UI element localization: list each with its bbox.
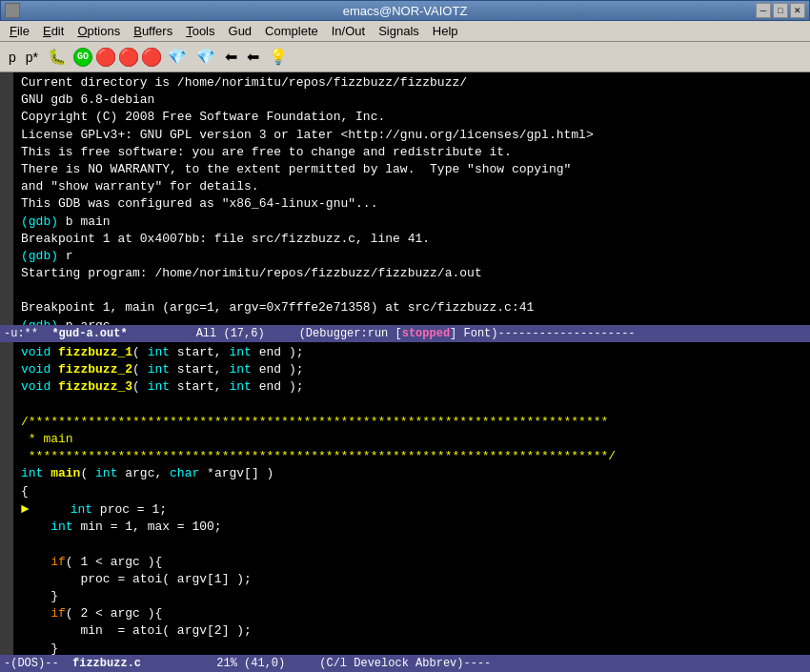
toolbar-bulb-button[interactable]: 💡 <box>266 46 291 68</box>
menu-gud[interactable]: Gud <box>223 22 258 40</box>
toolbar-pstar-button[interactable]: p* <box>23 48 41 67</box>
mode-line-stopped: stopped <box>402 327 450 340</box>
bottom-mode-prefix: -(DOS)-- <box>4 657 72 670</box>
window-controls[interactable]: ─ □ ✕ <box>756 3 805 18</box>
code-text: void fizzbuzz_1( int start, int end ); v… <box>17 344 806 655</box>
minimize-button[interactable]: ─ <box>756 3 771 18</box>
mode-line-suffix: ] Font)-------------------- <box>450 327 635 340</box>
bottom-mode-buffer: fizzbuzz.c <box>72 657 141 670</box>
menu-bar: File Edit Options Buffers Tools Gud Comp… <box>0 21 810 42</box>
menu-inout[interactable]: In/Out <box>326 22 371 40</box>
mode-line-position: All (17,6) (Debugger:run [ <box>128 327 402 340</box>
main-content: Current directory is /home/norimitu/repo… <box>0 72 810 672</box>
close-button[interactable]: ✕ <box>790 3 805 18</box>
toolbar: p p* 🐛 GO 🔴 🔴 🔴 💎 💎 ⬅ ⬅ 💡 <box>0 42 810 72</box>
menu-options[interactable]: Options <box>71 22 126 40</box>
toolbar-p-button[interactable]: p <box>6 48 19 67</box>
code-editor-panel[interactable]: void fizzbuzz_1( int start, int end ); v… <box>0 342 810 655</box>
bottom-mode-line: -(DOS)-- fizzbuzz.c 21% (41,0) (C/l Deve… <box>0 655 810 672</box>
toolbar-left1-button[interactable]: ⬅ <box>222 46 240 68</box>
toolbar-stop1-button[interactable]: 🔴 <box>96 48 115 67</box>
menu-buffers[interactable]: Buffers <box>128 22 178 40</box>
menu-edit[interactable]: Edit <box>37 22 70 40</box>
window-title: emacs@NOR-VAIOTZ <box>343 4 468 18</box>
mode-line-buffer: *gud-a.out* <box>51 327 127 340</box>
toolbar-bug-button[interactable]: 🐛 <box>45 46 70 68</box>
gdb-output-panel[interactable]: Current directory is /home/norimitu/repo… <box>0 72 810 325</box>
toolbar-gem1-button[interactable]: 💎 <box>165 46 190 68</box>
menu-signals[interactable]: Signals <box>373 22 425 40</box>
menu-help[interactable]: Help <box>427 22 464 40</box>
menu-tools[interactable]: Tools <box>180 22 220 40</box>
toolbar-left2-button[interactable]: ⬅ <box>244 46 262 68</box>
maximize-button[interactable]: □ <box>773 3 788 18</box>
app-icon <box>5 3 20 18</box>
title-bar: emacs@NOR-VAIOTZ ─ □ ✕ <box>0 0 810 21</box>
toolbar-stop3-button[interactable]: 🔴 <box>142 48 161 67</box>
menu-complete[interactable]: Complete <box>259 22 324 40</box>
toolbar-gem2-button[interactable]: 💎 <box>193 46 218 68</box>
menu-file[interactable]: File <box>4 22 35 40</box>
bottom-mode-position: 21% (41,0) (C/l Develock Abbrev)---- <box>141 657 491 670</box>
gdb-output-text: Current directory is /home/norimitu/repo… <box>17 74 806 325</box>
top-mode-line: -u:** *gud-a.out* All (17,6) (Debugger:r… <box>0 325 810 342</box>
toolbar-stop2-button[interactable]: 🔴 <box>119 48 138 67</box>
toolbar-go-button[interactable]: GO <box>73 48 92 67</box>
mode-line-prefix: -u:** <box>4 327 51 340</box>
